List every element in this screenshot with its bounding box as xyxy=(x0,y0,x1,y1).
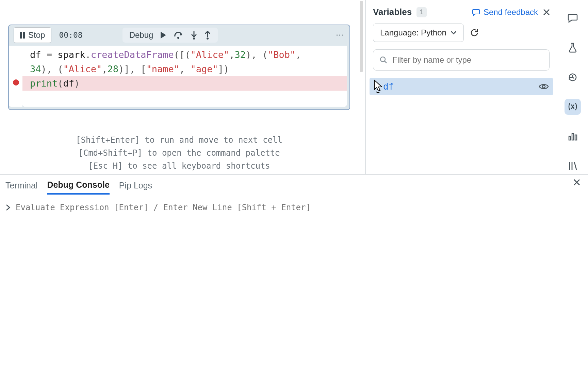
close-icon xyxy=(543,9,550,16)
play-icon[interactable] xyxy=(160,31,167,39)
tab-debug-console[interactable]: Debug Console xyxy=(47,180,109,195)
language-select[interactable]: Language: Python xyxy=(373,24,464,42)
variables-panel: Variables 1 Send feedback Language: Pyth… xyxy=(365,0,556,174)
elapsed-timer: 00:08 xyxy=(59,31,82,40)
chevron-right-icon xyxy=(5,204,11,211)
close-icon xyxy=(573,179,581,186)
eye-icon[interactable] xyxy=(539,83,549,90)
right-side-rail xyxy=(557,0,588,174)
svg-rect-6 xyxy=(572,134,574,140)
variable-name: df xyxy=(383,81,394,92)
svg-point-0 xyxy=(177,37,179,39)
code-gutter[interactable] xyxy=(9,46,22,107)
hint-line: [Cmd+Shift+P] to open the command palett… xyxy=(8,147,350,159)
send-feedback-link[interactable]: Send feedback xyxy=(472,7,538,17)
tab-terminal[interactable]: Terminal xyxy=(5,181,37,194)
debug-label: Debug xyxy=(129,30,153,40)
refresh-icon xyxy=(470,28,479,37)
hint-line: [Shift+Enter] to run and move to next ce… xyxy=(8,134,350,147)
step-out-icon[interactable] xyxy=(204,31,211,40)
svg-point-3 xyxy=(380,57,385,62)
breakpoint-icon[interactable] xyxy=(13,79,19,86)
pause-icon xyxy=(20,32,25,39)
code-line: 34), ("Alice",28)], ["name", "age"]) xyxy=(22,62,347,76)
code-editor[interactable]: df = spark.createDataFrame([("Alice",32)… xyxy=(22,46,347,107)
variables-count-badge: 1 xyxy=(416,7,427,17)
code-line-current: print(df) xyxy=(22,76,347,91)
filter-input[interactable] xyxy=(392,55,543,65)
rail-columns-icon[interactable] xyxy=(565,158,581,174)
debug-console-input[interactable] xyxy=(16,203,583,212)
filter-input-wrap[interactable] xyxy=(373,49,550,71)
notebook-cell: Stop 00:08 Debug ⋮ xyxy=(8,25,350,110)
rail-history-icon[interactable] xyxy=(565,69,581,85)
stop-button[interactable]: Stop xyxy=(14,27,51,43)
cell-menu-icon[interactable]: ⋮ xyxy=(335,31,345,39)
rail-chat-icon[interactable] xyxy=(565,10,581,26)
language-label: Language: Python xyxy=(380,28,446,37)
rail-flask-icon[interactable] xyxy=(565,40,581,56)
refresh-button[interactable] xyxy=(470,28,479,37)
chat-icon xyxy=(472,8,480,16)
feedback-label: Send feedback xyxy=(484,7,538,17)
rail-bars-icon[interactable] xyxy=(565,128,581,144)
rail-variables-icon[interactable] xyxy=(565,99,581,115)
svg-rect-7 xyxy=(575,135,577,140)
vertical-scrollbar[interactable] xyxy=(360,1,363,72)
close-bottom-panel-button[interactable] xyxy=(573,179,581,186)
cell-toolbar: Stop 00:08 Debug ⋮ xyxy=(14,25,345,45)
search-icon xyxy=(379,56,388,64)
debug-controls: Debug xyxy=(122,28,218,43)
keyboard-hints: [Shift+Enter] to run and move to next ce… xyxy=(8,134,350,172)
tab-pip-logs[interactable]: Pip Logs xyxy=(119,181,152,194)
svg-point-4 xyxy=(542,85,545,88)
variable-row[interactable]: df xyxy=(370,78,553,95)
close-panel-button[interactable] xyxy=(543,9,550,16)
hint-line: [Esc H] to see all keyboard shortcuts xyxy=(8,159,350,172)
svg-rect-5 xyxy=(569,136,571,140)
svg-point-2 xyxy=(207,37,209,40)
variables-title: Variables xyxy=(373,7,412,17)
svg-point-1 xyxy=(193,37,195,40)
step-into-icon[interactable] xyxy=(191,31,197,40)
chevron-right-icon xyxy=(374,83,378,90)
code-line: df = spark.createDataFrame([("Alice",32)… xyxy=(22,48,347,62)
debug-console-input-row[interactable] xyxy=(0,197,588,217)
chevron-down-icon xyxy=(451,31,457,35)
stop-label: Stop xyxy=(28,30,45,40)
step-over-icon[interactable] xyxy=(174,31,184,39)
